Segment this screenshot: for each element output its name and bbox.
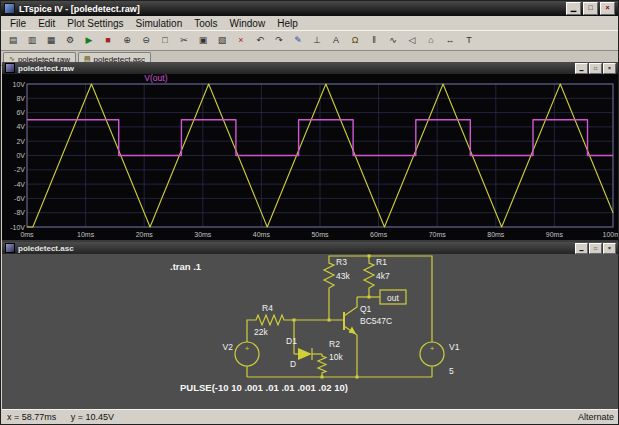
toolbar-diode-button[interactable]: ◁ [403, 33, 421, 49]
toolbar-wire-button[interactable]: ✎ [289, 33, 307, 49]
toolbar-zoom-out-button[interactable]: ⊖ [137, 33, 155, 49]
toolbar-halt-button[interactable]: ■ [99, 33, 117, 49]
voltage-source-v2[interactable]: + V2 [223, 342, 259, 366]
x-tick-label: 60ms [370, 231, 388, 238]
toolbar-copy-button[interactable]: ▣ [194, 33, 212, 49]
y-tick-label: 0V [16, 152, 25, 159]
diode-d1[interactable]: D1 D [286, 336, 312, 369]
y-tick-label: -10V [10, 224, 25, 231]
waveform-window: poledetect.raw ▁ □ × 10V8V6V4V2V0V-2V-4V… [2, 62, 619, 240]
y-tick-label: -4V [14, 181, 25, 188]
child-close-button[interactable]: × [603, 63, 616, 74]
y-tick-label: 8V [16, 95, 25, 102]
toolbar-new-schematic-button[interactable]: ▤ [4, 33, 22, 49]
ltspice-window: LTspice IV - [poledetect.raw] ▁ □ × File… [0, 0, 619, 425]
toolbar-text-button[interactable]: T [460, 33, 478, 49]
y-tick-label: -8V [14, 209, 25, 216]
svg-text:R3: R3 [336, 257, 347, 267]
x-tick-label: 40ms [253, 231, 271, 238]
close-button[interactable]: × [600, 2, 615, 15]
net-label-out[interactable]: out [380, 290, 406, 304]
resistor-r1[interactable]: R1 4k7 [364, 257, 390, 292]
x-tick-label: 100ms [602, 231, 619, 238]
schematic-title-bar[interactable]: poledetect.asc ▁ □ × [2, 242, 619, 254]
svg-text:out: out [387, 293, 399, 303]
svg-text:R1: R1 [376, 257, 387, 267]
toolbar-zoom-full-button[interactable]: □ [156, 33, 174, 49]
x-tick-label: 90ms [546, 231, 564, 238]
menu-help[interactable]: Help [271, 17, 304, 30]
toolbar-resistor-button[interactable]: Ω [346, 33, 364, 49]
toolbar-component-button[interactable]: ⌂ [422, 33, 440, 49]
menu-plot-settings[interactable]: Plot Settings [61, 17, 129, 30]
menu-file[interactable]: File [4, 17, 32, 30]
child-restore-button[interactable]: □ [589, 243, 602, 254]
schematic-window: poledetect.asc ▁ □ × [2, 242, 619, 411]
svg-text:R2: R2 [329, 339, 340, 349]
menu-edit[interactable]: Edit [32, 17, 61, 30]
toolbar-ground-button[interactable]: ⊥ [308, 33, 326, 49]
svg-text:+: + [430, 344, 435, 353]
voltage-source-v1[interactable]: + V1 5 [420, 342, 460, 376]
toolbar-zoom-in-button[interactable]: ⊕ [118, 33, 136, 49]
toolbar-undo-button[interactable]: ↶ [251, 33, 269, 49]
menu-window[interactable]: Window [224, 17, 272, 30]
svg-text:R4: R4 [262, 303, 273, 313]
resistor-r2[interactable]: R2 10k [318, 339, 343, 374]
svg-text:+: + [245, 344, 250, 353]
y-tick-label: 6V [16, 109, 25, 116]
toolbar-inductor-button[interactable]: ∿ [384, 33, 402, 49]
window-title: LTspice IV - [poledetect.raw] [19, 4, 140, 14]
x-tick-label: 70ms [429, 231, 447, 238]
minimize-button[interactable]: ▁ [566, 2, 581, 15]
menu-tools[interactable]: Tools [188, 17, 223, 30]
svg-text:5: 5 [449, 366, 454, 376]
resistor-r4[interactable]: R4 22k [254, 303, 286, 337]
toolbar-redo-button[interactable]: ↷ [270, 33, 288, 49]
toolbar-control-panel-button[interactable]: ⚙ [61, 33, 79, 49]
tran-directive[interactable]: .tran .1 [170, 261, 202, 272]
waveform-window-title: poledetect.raw [18, 64, 74, 73]
svg-text:V1: V1 [449, 342, 460, 352]
trace-legend-vout[interactable]: V(out) [144, 74, 167, 83]
cursor-x-readout: x = 58.77ms [7, 412, 56, 422]
toolbar: ▤▥▦⚙▶■⊕⊖□✂▣▧×↶↷✎⊥AΩ‖∿◁⌂↔T [1, 30, 618, 51]
toolbar-open-button[interactable]: ▥ [23, 33, 41, 49]
x-tick-label: 20ms [136, 231, 154, 238]
waveform-title-bar[interactable]: poledetect.raw ▁ □ × [2, 62, 619, 74]
menu-simulation[interactable]: Simulation [130, 17, 189, 30]
maximize-button[interactable]: □ [583, 2, 598, 15]
svg-text:D: D [290, 359, 296, 369]
schematic-window-title: poledetect.asc [18, 244, 74, 253]
cursor-y-readout: y = 10.45V [71, 412, 114, 422]
toolbar-cut-button[interactable]: ✂ [175, 33, 193, 49]
toolbar-move-button[interactable]: ↔ [441, 33, 459, 49]
schematic-canvas[interactable]: R3 43k R1 4k7 R4 22k R2 [2, 254, 619, 411]
child-minimize-button[interactable]: ▁ [575, 243, 588, 254]
y-tick-label: 2V [16, 138, 25, 145]
resistor-r3[interactable]: R3 43k [324, 257, 350, 292]
child-close-button[interactable]: × [603, 243, 616, 254]
svg-text:22k: 22k [254, 327, 268, 337]
x-tick-label: 50ms [311, 231, 329, 238]
svg-text:Q1: Q1 [360, 304, 372, 314]
toolbar-label-button[interactable]: A [327, 33, 345, 49]
toolbar-run-button[interactable]: ▶ [80, 33, 98, 49]
schematic-window-icon [5, 243, 15, 253]
toolbar-capacitor-button[interactable]: ‖ [365, 33, 383, 49]
toolbar-save-button[interactable]: ▦ [42, 33, 60, 49]
svg-text:43k: 43k [336, 271, 350, 281]
waveform-plot[interactable]: 10V8V6V4V2V0V-2V-4V-6V-8V-10V0ms10ms20ms… [2, 74, 619, 240]
child-minimize-button[interactable]: ▁ [575, 63, 588, 74]
toolbar-delete-button[interactable]: × [232, 33, 250, 49]
title-bar[interactable]: LTspice IV - [poledetect.raw] ▁ □ × [1, 1, 618, 16]
x-tick-label: 80ms [487, 231, 505, 238]
y-tick-label: -2V [14, 166, 25, 173]
y-tick-label: 4V [16, 123, 25, 130]
transistor-q1[interactable]: Q1 BC547C [344, 297, 392, 377]
child-restore-button[interactable]: □ [589, 63, 602, 74]
toolbar-paste-button[interactable]: ▧ [213, 33, 231, 49]
svg-text:V2: V2 [223, 342, 234, 352]
pulse-directive[interactable]: PULSE(-10 10 .001 .01 .01 .001 .02 10) [180, 382, 348, 393]
menu-bar: File Edit Plot Settings Simulation Tools… [1, 16, 618, 30]
